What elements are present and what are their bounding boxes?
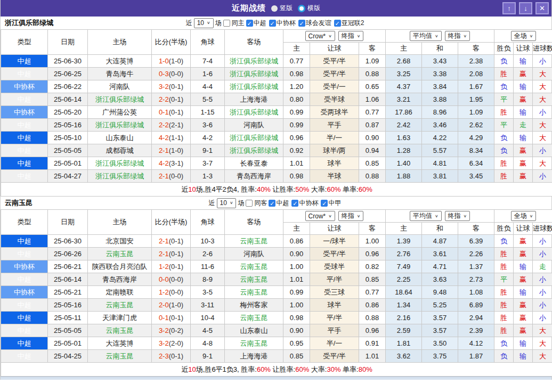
halftime-score: (1-0) [169, 57, 183, 65]
move-down-button[interactable]: ↓ [519, 2, 532, 14]
fulltime-score: 4-2 [159, 159, 169, 167]
title-area: 近期战绩 竖版 横版 [1, 3, 551, 13]
league-checkbox[interactable]: ✓ [269, 200, 275, 207]
match-row: 中超25-05-16浙江俱乐部绿城2-2(2-1)3-6河南队0.99平手0.8… [1, 119, 552, 132]
layout-radio-vertical[interactable]: 竖版 [271, 4, 293, 13]
result-goals: 大 [533, 350, 552, 363]
league-checkbox[interactable]: ✓ [269, 20, 276, 27]
crow-handicap: 受球半 [310, 260, 359, 273]
away-team: 上海海港 [225, 93, 283, 106]
match-league: 中超 [1, 170, 48, 183]
summary-segment: 让胜率: [271, 365, 295, 373]
layout-radio-horizontal[interactable]: 横版 [298, 4, 320, 13]
avg-home-odds: 3.62 [386, 350, 422, 363]
match-date: 25-06-14 [48, 93, 88, 106]
match-count-select[interactable]: 10 ∨ [217, 198, 237, 208]
fulltime-score: 3-2 [159, 326, 169, 334]
crow-away-odds: 0.88 [359, 170, 386, 183]
avg-away-odds: 6.34 [458, 157, 494, 170]
avg-home-odds: 7.49 [386, 260, 422, 273]
score: 2-2(2-1) [152, 119, 191, 132]
match-row: 中超25-05-01浙江俱乐部绿城4-2(3-1)3-7长春亚泰1.01球半0.… [1, 157, 552, 170]
crow-home-odds: 0.86 [283, 235, 310, 248]
same-venue-checkbox[interactable] [246, 200, 253, 207]
chevron-down-icon: ∨ [435, 34, 439, 38]
match-date: 25-05-21 [48, 286, 88, 299]
crow-away-odds: 1.00 [359, 235, 386, 248]
score: 2-0(1-0) [152, 299, 191, 312]
summary-segment: 大率: [309, 185, 327, 193]
corners: 8-9 [191, 273, 225, 286]
league-checkbox[interactable]: ✓ [291, 200, 298, 207]
col-corner: 角球 [191, 210, 225, 235]
result-outcome: 胜 [494, 299, 514, 312]
corners: 11-6 [191, 260, 225, 273]
crow-away-odds: 0.82 [359, 260, 386, 273]
match-row: 中超25-06-14青岛西海岸0-0(0-0)8-9云南玉昆1.01平/半0.8… [1, 273, 552, 286]
crow-handicap: 受平/半 [310, 248, 359, 260]
match-row: 中超25-05-16云南玉昆2-0(1-0)3-11梅州客家1.00球半0.86… [1, 299, 552, 312]
crow-away-odds: 0.77 [359, 286, 386, 299]
match-row: 中超25-06-30大连英博1-0(1-0)7-4浙江俱乐部绿城0.77受平/半… [1, 55, 552, 68]
subcol-crow-home: 主 [283, 223, 310, 235]
fulltime-select-value: 全场 [514, 31, 527, 40]
avg-final-select[interactable]: 终指∨ [445, 211, 470, 221]
league-checkbox[interactable]: ✓ [321, 200, 328, 207]
league-label: 中甲 [328, 199, 341, 208]
home-team: 浙江俱乐部绿城 [88, 157, 152, 170]
fulltime-score: 2-2 [159, 121, 169, 129]
result-handicap: 赢 [514, 93, 533, 106]
move-up-button[interactable]: ↑ [502, 2, 516, 14]
avg-select-value: 平均值 [413, 31, 432, 40]
home-team: 云南玉昆 [88, 324, 152, 337]
close-button[interactable]: ✕ [535, 2, 549, 14]
match-rows: 中超25-06-30大连英博1-0(1-0)7-4浙江俱乐部绿城0.77受平/半… [1, 55, 552, 183]
match-row: 中超25-06-30北京国安2-1(0-1)10-3云南玉昆0.86一/球半1.… [1, 235, 552, 248]
subcol-result: 胜负 [494, 223, 514, 235]
result-handicap: 输 [514, 350, 533, 363]
halftime-score: (0-1) [169, 237, 183, 245]
crow-final-select[interactable]: 终指∨ [338, 211, 364, 221]
league-checkbox[interactable]: ✓ [246, 20, 253, 27]
score: 2-1(0-1) [152, 235, 191, 248]
avg-final-select[interactable]: 终指∨ [445, 31, 470, 41]
summary-segment: 80% [359, 365, 372, 373]
match-row: 中超25-05-05成都蓉城2-1(1-0)9-1浙江俱乐部绿城0.92球半/两… [1, 144, 552, 157]
same-venue-label: 同客 [254, 199, 267, 208]
bookmaker-select[interactable]: Crow*∨ [305, 211, 335, 221]
result-handicap: 输 [514, 55, 533, 68]
avg-draw-odds: 3.57 [422, 312, 458, 324]
fulltime-select[interactable]: 全场∨ [511, 211, 537, 221]
fulltime-score: 0-1 [159, 314, 169, 322]
halftime-score: (0-1) [169, 352, 183, 360]
corners: 1-6 [191, 68, 225, 80]
league-checkbox[interactable]: ✓ [334, 20, 341, 27]
league-checkbox[interactable]: ✓ [298, 20, 305, 27]
avg-home-odds: 1.40 [386, 157, 422, 170]
match-league: 中超 [1, 157, 48, 170]
fulltime-select[interactable]: 全场∨ [511, 31, 537, 41]
avg-home-odds: 2.25 [386, 273, 422, 286]
near-label: 近 [209, 199, 215, 208]
result-handicap: 输 [514, 260, 533, 273]
halftime-score: (0-1) [169, 95, 183, 103]
avg-select[interactable]: 平均值∨ [410, 31, 442, 41]
match-count-select[interactable]: 10 ∨ [194, 18, 214, 28]
avg-away-odds: 4.12 [458, 337, 494, 350]
home-team: 陕西联合月亮泊队 [88, 260, 152, 273]
same-venue-checkbox[interactable] [223, 20, 230, 27]
avg-away-odds: 6.39 [458, 235, 494, 248]
away-team: 上海海港 [225, 350, 283, 363]
avg-draw-odds: 4.87 [422, 235, 458, 248]
avg-select[interactable]: 平均值∨ [410, 211, 442, 221]
col-corner: 角球 [191, 30, 225, 55]
score: 1-0(1-0) [152, 55, 191, 68]
col-away: 客场 [225, 210, 283, 235]
halftime-score: (3-1) [169, 159, 183, 167]
crow-final-value: 终指 [342, 31, 354, 40]
crow-handicap: 受平/半 [310, 55, 359, 68]
col-type: 类型 [1, 210, 48, 235]
bookmaker-select[interactable]: Crow*∨ [305, 31, 335, 41]
crow-final-select[interactable]: 终指∨ [338, 31, 364, 41]
subcol-crow-away: 客 [359, 43, 386, 55]
